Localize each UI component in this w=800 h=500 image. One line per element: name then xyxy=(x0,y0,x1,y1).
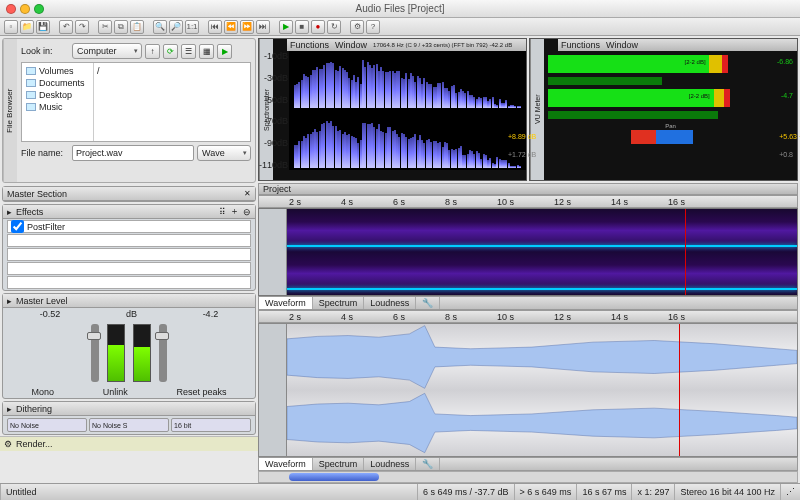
vu-meter-tab[interactable]: VU Meter xyxy=(530,39,544,180)
waveform-scale xyxy=(259,324,287,456)
effect-slot[interactable] xyxy=(7,248,251,261)
tab-tools-icon[interactable]: 🔧 xyxy=(416,297,440,309)
root-item[interactable]: / xyxy=(96,65,248,77)
play-cursor[interactable] xyxy=(679,324,680,456)
look-in-combo[interactable]: Computer xyxy=(72,43,142,59)
main-toolbar: ▫ 📁 💾 ↶ ↷ ✂ ⧉ 📋 🔍 🔎 1:1 ⏮ ⏪ ⏩ ⏭ ▶ ■ ● ↻ … xyxy=(0,18,800,36)
new-icon[interactable]: ▫ xyxy=(4,20,18,34)
dithering-title: Dithering xyxy=(16,404,52,414)
settings-icon[interactable]: ⚙ xyxy=(350,20,364,34)
render-button[interactable]: Render... xyxy=(16,439,53,449)
status-length: 16 s 67 ms xyxy=(576,484,631,500)
fader-right[interactable] xyxy=(159,324,167,382)
vu-meter-panel: VU Meter Functions Window -6.86-3.51 dB[… xyxy=(529,38,798,181)
play-preview-icon[interactable]: ▶ xyxy=(217,44,232,59)
effect-slot[interactable]: PostFilter xyxy=(7,220,251,233)
tab-spectrum[interactable]: Spectrum xyxy=(313,297,365,309)
time-ruler-mid[interactable]: 2 s4 s6 s8 s10 s12 s14 s16 s xyxy=(258,310,798,323)
arrow-icon[interactable]: ▸ xyxy=(7,207,12,217)
paste-icon[interactable]: 📋 xyxy=(130,20,144,34)
spectrometer-plot xyxy=(289,51,526,170)
dither-shaping-combo[interactable]: No Noise S xyxy=(89,418,169,432)
dithering-panel: ▸Dithering No Noise No Noise S 16 bit xyxy=(2,401,256,435)
tab-loudness[interactable]: Loudness xyxy=(364,297,416,309)
forward-icon[interactable]: ⏩ xyxy=(240,20,254,34)
effect-slot[interactable] xyxy=(7,234,251,247)
level-meter-l xyxy=(107,324,125,382)
folder-icon xyxy=(26,103,36,111)
dither-bits-combo[interactable]: 16 bit xyxy=(171,418,251,432)
cut-icon[interactable]: ✂ xyxy=(98,20,112,34)
tab-spectrum[interactable]: Spectrum xyxy=(313,458,365,470)
render-icon[interactable]: ⚙ xyxy=(4,439,12,449)
undo-icon[interactable]: ↶ xyxy=(59,20,73,34)
effects-panel: ▸Effects ⠿ ＋ ⊖ PostFilter xyxy=(2,204,256,291)
view-tabs-lower: Waveform Spectrum Loudness 🔧 xyxy=(258,457,798,471)
file-list[interactable]: Volumes Documents Desktop Music / xyxy=(21,62,251,142)
window-menu[interactable]: Window xyxy=(335,40,367,50)
tab-tools-icon[interactable]: 🔧 xyxy=(416,458,440,470)
format-combo[interactable]: Wave xyxy=(197,145,251,161)
reset-peaks-button[interactable]: Reset peaks xyxy=(177,387,227,397)
folder-item: Music xyxy=(24,101,91,113)
time-ruler-top[interactable]: 2 s4 s6 s8 s10 s12 s14 s16 s xyxy=(258,195,798,208)
view-grid-icon[interactable]: ▦ xyxy=(199,44,214,59)
close-icon[interactable]: ✕ xyxy=(244,189,251,198)
dither-noise-combo[interactable]: No Noise xyxy=(7,418,87,432)
tab-waveform[interactable]: Waveform xyxy=(259,458,313,470)
rewind-icon[interactable]: ⏪ xyxy=(224,20,238,34)
effect-slot[interactable] xyxy=(7,262,251,275)
loop-icon[interactable]: ↻ xyxy=(327,20,341,34)
effects-title: Effects xyxy=(16,207,43,217)
save-icon[interactable]: 💾 xyxy=(36,20,50,34)
window-menu[interactable]: Window xyxy=(606,40,638,50)
zoom-in-icon[interactable]: 🔍 xyxy=(153,20,167,34)
arrow-icon[interactable]: ▸ xyxy=(7,296,12,306)
filename-input[interactable] xyxy=(72,145,194,161)
vu-bar-l2: -14.08 dB xyxy=(548,77,755,85)
render-bar: ⚙ Render... xyxy=(0,436,258,451)
sonogram-view[interactable] xyxy=(258,208,798,296)
spectrometer-panel: Spectrometer Functions Window 17064.8 Hz… xyxy=(258,38,527,181)
h-scrollbar[interactable] xyxy=(258,471,798,483)
mono-button[interactable]: Mono xyxy=(31,387,54,397)
effects-add-icon[interactable]: ＋ xyxy=(230,205,239,218)
up-folder-icon[interactable]: ↑ xyxy=(145,44,160,59)
effect-slot[interactable] xyxy=(7,276,251,289)
redo-icon[interactable]: ↷ xyxy=(75,20,89,34)
refresh-icon[interactable]: ⟳ xyxy=(163,44,178,59)
copy-icon[interactable]: ⧉ xyxy=(114,20,128,34)
folder-item: Desktop xyxy=(24,89,91,101)
zoom-11-icon[interactable]: 1:1 xyxy=(185,20,199,34)
stop-icon[interactable]: ■ xyxy=(295,20,309,34)
file-browser-tab[interactable]: File Browser xyxy=(3,39,17,182)
file-browser-panel: File Browser Look in: Computer ↑ ⟳ ☰ ▦ ▶… xyxy=(2,38,256,183)
look-in-label: Look in: xyxy=(21,46,69,56)
tab-waveform[interactable]: Waveform xyxy=(259,297,313,309)
zoom-out-icon[interactable]: 🔎 xyxy=(169,20,183,34)
functions-menu[interactable]: Functions xyxy=(290,40,329,50)
open-icon[interactable]: 📁 xyxy=(20,20,34,34)
play-icon[interactable]: ▶ xyxy=(279,20,293,34)
vu-bar-r: -4.7-4.7 dB[2-2 dB] xyxy=(548,89,755,107)
view-list-icon[interactable]: ☰ xyxy=(181,44,196,59)
effects-bypass-icon[interactable]: ⊖ xyxy=(243,207,251,217)
effects-menu-icon[interactable]: ⠿ xyxy=(219,207,226,217)
help-icon[interactable]: ? xyxy=(366,20,380,34)
tab-loudness[interactable]: Loudness xyxy=(364,458,416,470)
waveform-view[interactable] xyxy=(258,323,798,457)
effect-enable[interactable] xyxy=(11,220,24,233)
play-cursor[interactable] xyxy=(685,209,686,295)
spectrometer-readout: 17064.8 Hz (C 9 / +33 cents) (FFT bin 79… xyxy=(373,42,512,48)
fader-left[interactable] xyxy=(91,324,99,382)
unlink-button[interactable]: Unlink xyxy=(103,387,128,397)
functions-menu[interactable]: Functions xyxy=(561,40,600,50)
vu-bar-r2 xyxy=(548,111,755,119)
resize-grip-icon[interactable]: ⋰ xyxy=(780,484,800,500)
pan-label: Pan xyxy=(546,123,795,129)
arrow-icon[interactable]: ▸ xyxy=(7,404,12,414)
y-axis: -10dB-30dB-50dB-70dB-90dB-110dB xyxy=(273,51,289,170)
rewind-start-icon[interactable]: ⏮ xyxy=(208,20,222,34)
record-icon[interactable]: ● xyxy=(311,20,325,34)
forward-end-icon[interactable]: ⏭ xyxy=(256,20,270,34)
